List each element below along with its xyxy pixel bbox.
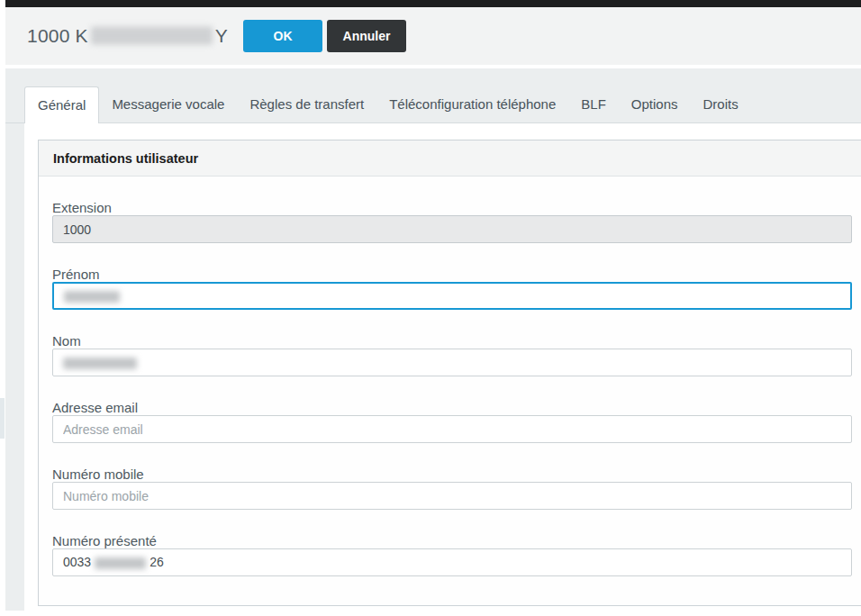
- section-title: Informations utilisateur: [39, 140, 861, 177]
- redacted-firstname: [64, 291, 120, 303]
- cancel-button[interactable]: Annuler: [327, 20, 406, 52]
- tab-options[interactable]: Options: [619, 86, 691, 122]
- numero-presente-label: Numéro présenté: [52, 533, 852, 548]
- tab-messagerie-vocale[interactable]: Messagerie vocale: [99, 86, 237, 122]
- nom-input[interactable]: [52, 349, 852, 376]
- prenom-label: Prénom: [52, 267, 852, 282]
- page-title: 1000 KY: [27, 25, 228, 48]
- tab-content: Informations utilisateur Extension Préno…: [24, 123, 861, 611]
- tab-general[interactable]: Général: [24, 86, 99, 123]
- email-label: Adresse email: [52, 400, 852, 415]
- page-title-prefix: 1000 K: [27, 25, 88, 46]
- field-prenom: Prénom: [52, 267, 852, 310]
- field-extension: Extension: [52, 200, 852, 243]
- tab-regles-de-transfert[interactable]: Règles de transfert: [237, 86, 376, 122]
- redacted-lastname: [63, 358, 137, 369]
- tab-droits[interactable]: Droits: [691, 86, 751, 122]
- numero-presente-input[interactable]: 003326: [52, 548, 852, 576]
- user-info-section: Informations utilisateur Extension Préno…: [38, 140, 861, 606]
- tab-blf[interactable]: BLF: [568, 86, 619, 122]
- top-black-bar: [5, 0, 861, 7]
- numero-presente-suffix: 26: [150, 555, 164, 569]
- email-input[interactable]: [52, 415, 852, 443]
- mobile-input[interactable]: [52, 482, 852, 510]
- ok-button[interactable]: OK: [243, 20, 322, 52]
- nom-label: Nom: [52, 333, 852, 349]
- field-adresse-email: Adresse email: [52, 400, 852, 443]
- section-body: Extension Prénom Nom Adresse email: [39, 177, 861, 605]
- extension-label: Extension: [52, 200, 852, 215]
- redacted-numero: [95, 557, 146, 569]
- field-nom: Nom: [52, 333, 852, 376]
- user-edit-page: 1000 KY OK Annuler Général Messagerie vo…: [0, 0, 861, 616]
- page-header: 1000 KY OK Annuler: [5, 7, 861, 65]
- field-numero-mobile: Numéro mobile: [52, 467, 852, 510]
- numero-presente-prefix: 0033: [63, 555, 91, 569]
- mobile-label: Numéro mobile: [52, 467, 852, 482]
- tab-bar: Général Messagerie vocale Règles de tran…: [5, 68, 861, 123]
- tab-teleconfiguration-telephone[interactable]: Téléconfiguration téléphone: [376, 86, 568, 122]
- redacted-user-name: [91, 26, 213, 44]
- extension-input[interactable]: [52, 215, 852, 243]
- main-container: Général Messagerie vocale Règles de tran…: [5, 68, 861, 611]
- page-title-suffix: Y: [215, 25, 228, 46]
- prenom-input[interactable]: [52, 282, 852, 310]
- field-numero-presente: Numéro présenté 003326: [52, 533, 852, 576]
- left-edge-panel-handle: [0, 398, 5, 439]
